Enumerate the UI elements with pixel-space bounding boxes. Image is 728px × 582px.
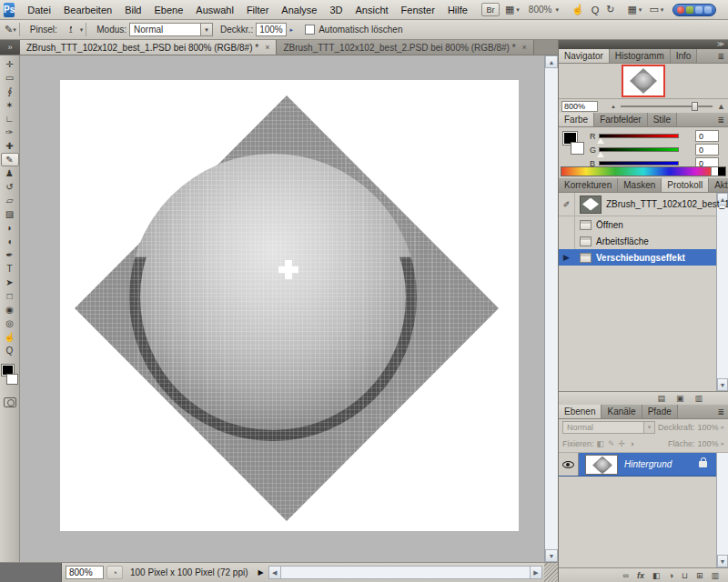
history-scrollbar[interactable]: ▲ ▼: [716, 193, 728, 391]
tab-stile[interactable]: Stile: [648, 113, 677, 126]
cs-live-window-button[interactable]: [695, 6, 703, 14]
blend-mode-select[interactable]: Normal ▾: [129, 23, 213, 36]
history-snapshot-row[interactable]: ✐ ZBrush_TTT_102x102_best_1.PSD: [559, 193, 716, 216]
document-canvas[interactable]: [60, 80, 519, 531]
menu-bearbeiten[interactable]: Bearbeiten: [57, 0, 118, 20]
type-tool[interactable]: T: [1, 262, 19, 276]
history-brush-well[interactable]: [559, 216, 575, 233]
brush-preview[interactable]: 1: [62, 26, 80, 34]
cs-live-red-button[interactable]: [677, 6, 684, 14]
layer-blend-mode-select[interactable]: Normal ▾: [562, 421, 655, 434]
panel-menu-icon[interactable]: ≣: [713, 405, 728, 418]
new-document-from-state-icon[interactable]: ▤: [657, 394, 665, 403]
opacity-spinner-icon[interactable]: ▸: [287, 23, 296, 36]
adjustment-layer-icon[interactable]: ◑: [668, 571, 672, 580]
lock-position-icon[interactable]: ✛: [619, 439, 626, 448]
lock-transparency-icon[interactable]: ◧: [597, 439, 605, 448]
menu-filter[interactable]: Filter: [240, 0, 275, 20]
close-icon[interactable]: ×: [265, 43, 269, 52]
shape-tool[interactable]: □: [1, 289, 19, 303]
magic-wand-tool[interactable]: ✶: [1, 98, 19, 112]
path-selection-tool[interactable]: ➤: [1, 276, 19, 289]
menu-datei[interactable]: Datei: [21, 0, 57, 20]
add-layer-mask-icon[interactable]: ◧: [652, 571, 661, 580]
status-info-menu-icon[interactable]: ▶: [256, 568, 267, 577]
tab-histogramm[interactable]: Histogramm: [610, 49, 671, 63]
rotate-3d-tool[interactable]: ◉: [1, 303, 19, 316]
layers-scrollbar[interactable]: ▼: [716, 453, 728, 567]
tool-preset-picker[interactable]: ✎ ▾: [5, 24, 16, 35]
dock-collapse-icon[interactable]: ≫: [717, 41, 724, 48]
red-channel-slider[interactable]: [599, 134, 679, 138]
tab-ebenen[interactable]: Ebenen: [559, 405, 602, 418]
menu-fenster[interactable]: Fenster: [395, 0, 441, 20]
new-snapshot-icon[interactable]: ▣: [676, 394, 684, 403]
lock-all-icon[interactable]: ◑: [629, 439, 633, 448]
scroll-right-icon[interactable]: ▶: [530, 567, 541, 578]
move-tool[interactable]: ✛: [1, 57, 19, 71]
history-step-arbeitsflaeche[interactable]: Arbeitsfläche: [559, 233, 716, 249]
resize-grip[interactable]: [544, 563, 558, 582]
crop-tool[interactable]: ∟: [1, 112, 19, 125]
menu-ebene[interactable]: Ebene: [147, 0, 189, 20]
lasso-tool[interactable]: ∮: [1, 85, 19, 98]
menu-auswahl[interactable]: Auswahl: [189, 0, 240, 20]
scroll-down-icon[interactable]: ▼: [717, 378, 728, 391]
tab-navigator[interactable]: Navigator: [559, 49, 610, 63]
pen-tool[interactable]: ✒: [1, 248, 19, 262]
tab-aktionen[interactable]: Aktionen: [709, 178, 728, 192]
view-extras-icon[interactable]: ▦▾: [623, 4, 645, 15]
bridge-button[interactable]: Br: [481, 3, 500, 16]
orbit-3d-tool[interactable]: ◎: [1, 316, 19, 330]
pencil-tool[interactable]: ✎: [1, 153, 19, 166]
close-icon[interactable]: ×: [522, 43, 527, 52]
tab-info[interactable]: Info: [671, 49, 698, 63]
zoom-tool[interactable]: Q: [1, 344, 19, 357]
slider-thumb[interactable]: [692, 102, 698, 111]
auto-erase-checkbox[interactable]: [305, 25, 315, 35]
tab-farbfelder[interactable]: Farbfelder: [594, 113, 648, 126]
layer-visibility-cell[interactable]: [559, 453, 579, 476]
cs-live-green-button[interactable]: [686, 6, 693, 14]
scroll-down-icon[interactable]: ▼: [545, 549, 558, 562]
scroll-up-icon[interactable]: ▲: [545, 55, 558, 68]
fill-spinner-icon[interactable]: ▸: [721, 440, 724, 447]
document-tab-2[interactable]: ZBrush_TTT_102x102_best_2.PSD bei 800% (…: [277, 40, 533, 55]
layer-style-icon[interactable]: fx: [637, 571, 644, 580]
background-color-swatch[interactable]: [571, 142, 584, 155]
zoom-in-icon[interactable]: ▲: [717, 102, 725, 111]
link-layers-icon[interactable]: ∞: [623, 571, 629, 580]
layer-row-hintergrund[interactable]: Hintergrund: [559, 453, 716, 477]
navigator-zoom-slider[interactable]: [621, 105, 713, 107]
menu-hilfe[interactable]: Hilfe: [441, 0, 474, 20]
horizontal-scrollbar[interactable]: ◀ ▶: [268, 566, 542, 579]
panel-menu-icon[interactable]: ≣: [713, 49, 728, 63]
fill-value[interactable]: 100%: [697, 439, 718, 448]
rotate-view-icon[interactable]: ↻: [602, 4, 618, 15]
white-swatch[interactable]: [711, 167, 718, 176]
history-brush-tool[interactable]: ↺: [1, 180, 19, 194]
blur-tool[interactable]: ◗: [1, 221, 19, 235]
black-swatch[interactable]: [718, 167, 725, 176]
new-layer-icon[interactable]: ⊞: [696, 571, 703, 580]
green-channel-slider[interactable]: [599, 147, 679, 152]
navigator-zoom-field[interactable]: 800%: [561, 101, 598, 112]
history-state-pointer-icon[interactable]: ▶: [559, 249, 575, 266]
quick-mask-button[interactable]: [4, 397, 16, 407]
opacity-spinner-icon[interactable]: ▸: [721, 424, 724, 431]
history-brush-source-icon[interactable]: ✐: [559, 193, 575, 216]
tab-farbe[interactable]: Farbe: [559, 113, 594, 126]
opacity-field[interactable]: 100%: [256, 23, 287, 36]
menu-analyse[interactable]: Analyse: [275, 0, 323, 20]
chevron-down-icon[interactable]: ▾: [80, 26, 84, 34]
red-channel-value[interactable]: 0: [695, 130, 719, 142]
tools-panel-collapse-icon[interactable]: »: [0, 40, 20, 55]
scroll-left-icon[interactable]: ◀: [269, 567, 281, 578]
tab-korrekturen[interactable]: Korrekturen: [559, 178, 618, 192]
lock-pixels-icon[interactable]: ✎: [608, 439, 615, 448]
eyedropper-tool[interactable]: ✑: [1, 125, 19, 139]
document-tab-1[interactable]: ZBrush_TTT_102x102_best_1.PSD bei 800% (…: [20, 40, 277, 55]
clone-stamp-tool[interactable]: ♟: [1, 166, 19, 180]
tab-protokoll[interactable]: Protokoll: [662, 178, 709, 192]
vertical-scrollbar[interactable]: ▲ ▼: [544, 55, 558, 562]
